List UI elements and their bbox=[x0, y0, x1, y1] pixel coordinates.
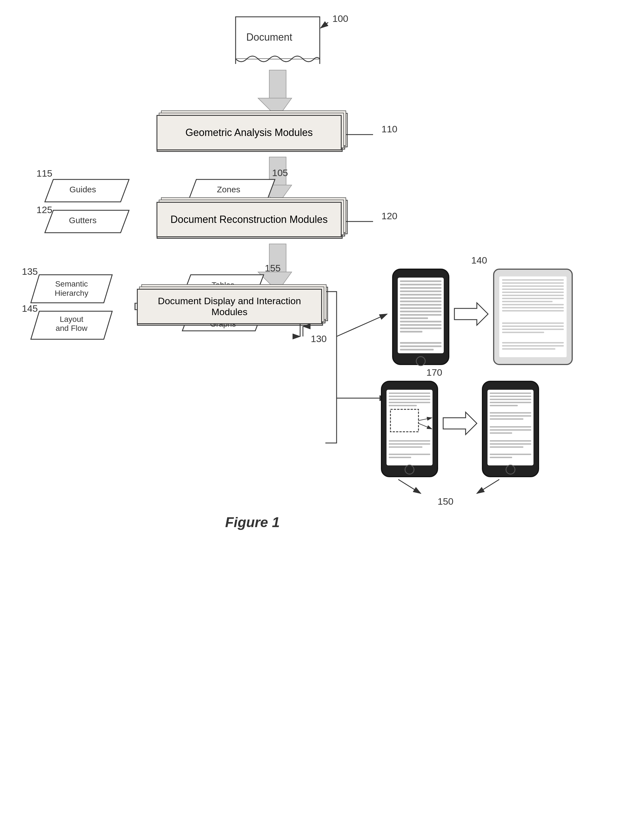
svg-text:Layout: Layout bbox=[60, 315, 83, 323]
doc-reconstruction-stack: Document Reconstruction Modules bbox=[156, 202, 344, 238]
svg-rect-19 bbox=[269, 244, 286, 272]
svg-rect-80 bbox=[389, 393, 430, 394]
svg-rect-54 bbox=[400, 345, 441, 347]
svg-point-113 bbox=[506, 465, 515, 474]
svg-rect-101 bbox=[490, 405, 518, 406]
svg-rect-55 bbox=[400, 349, 434, 351]
svg-rect-43 bbox=[400, 301, 441, 302]
svg-rect-105 bbox=[490, 426, 531, 428]
svg-rect-77 bbox=[502, 348, 555, 350]
svg-line-3 bbox=[321, 23, 328, 28]
svg-rect-98 bbox=[490, 396, 531, 397]
svg-rect-65 bbox=[502, 295, 564, 296]
svg-rect-108 bbox=[490, 440, 531, 441]
svg-rect-58 bbox=[494, 269, 572, 364]
svg-rect-59 bbox=[499, 276, 566, 357]
svg-line-115 bbox=[477, 479, 499, 494]
svg-rect-111 bbox=[490, 454, 531, 455]
svg-text:Guides: Guides bbox=[69, 185, 96, 194]
svg-text:150: 150 bbox=[438, 496, 454, 507]
svg-rect-35 bbox=[393, 269, 449, 364]
svg-marker-21 bbox=[31, 275, 112, 303]
diagram: Document 100 Geometric Analysis Modules … bbox=[0, 0, 621, 840]
svg-rect-37 bbox=[400, 280, 441, 282]
svg-line-87 bbox=[418, 423, 432, 429]
svg-rect-61 bbox=[502, 283, 564, 284]
svg-rect-47 bbox=[400, 314, 441, 316]
svg-rect-36 bbox=[398, 278, 444, 353]
svg-rect-110 bbox=[490, 446, 523, 448]
svg-rect-10 bbox=[269, 157, 286, 185]
svg-rect-50 bbox=[400, 324, 441, 326]
svg-rect-49 bbox=[400, 321, 441, 322]
svg-rect-81 bbox=[389, 396, 430, 397]
svg-rect-62 bbox=[502, 286, 564, 287]
svg-line-29 bbox=[336, 314, 387, 337]
svg-text:120: 120 bbox=[382, 210, 397, 221]
svg-text:110: 110 bbox=[382, 124, 397, 134]
svg-rect-83 bbox=[389, 402, 430, 403]
svg-rect-44 bbox=[400, 304, 441, 305]
svg-text:Semantic: Semantic bbox=[55, 279, 88, 288]
svg-rect-40 bbox=[400, 290, 441, 292]
svg-text:130: 130 bbox=[311, 333, 327, 344]
svg-rect-42 bbox=[400, 297, 441, 299]
svg-text:Document: Document bbox=[246, 32, 292, 43]
svg-rect-4 bbox=[269, 70, 286, 98]
svg-rect-69 bbox=[502, 307, 564, 308]
svg-text:140: 140 bbox=[471, 255, 487, 266]
geometric-analysis-stack: Geometric Analysis Modules bbox=[156, 115, 344, 151]
svg-point-56 bbox=[416, 357, 425, 366]
svg-rect-78 bbox=[382, 381, 438, 477]
svg-text:135: 135 bbox=[22, 266, 38, 277]
svg-text:Gutters: Gutters bbox=[69, 216, 97, 225]
svg-rect-91 bbox=[389, 454, 430, 455]
svg-rect-88 bbox=[389, 440, 430, 441]
svg-rect-60 bbox=[502, 279, 564, 281]
doc-reconstruction-label: Document Reconstruction Modules bbox=[156, 202, 342, 237]
svg-text:Hierarchy: Hierarchy bbox=[55, 289, 88, 298]
svg-rect-41 bbox=[400, 294, 441, 296]
svg-rect-74 bbox=[502, 332, 544, 333]
svg-rect-104 bbox=[490, 418, 523, 420]
svg-rect-85 bbox=[391, 409, 418, 432]
doc-display-stack: Document Display and Interaction Modules bbox=[137, 289, 324, 325]
svg-marker-12 bbox=[45, 180, 129, 202]
svg-rect-92 bbox=[389, 457, 411, 458]
svg-text:Zones: Zones bbox=[217, 185, 240, 194]
svg-rect-99 bbox=[490, 399, 531, 400]
svg-rect-73 bbox=[502, 329, 564, 330]
svg-rect-79 bbox=[386, 390, 433, 465]
svg-rect-82 bbox=[389, 399, 430, 400]
svg-text:Figure 1: Figure 1 bbox=[225, 515, 280, 530]
svg-text:170: 170 bbox=[426, 367, 442, 378]
svg-marker-94 bbox=[443, 412, 477, 435]
svg-line-86 bbox=[418, 418, 432, 420]
svg-rect-90 bbox=[389, 446, 423, 448]
svg-text:and Flow: and Flow bbox=[56, 324, 88, 332]
svg-rect-48 bbox=[400, 317, 428, 319]
svg-rect-112 bbox=[490, 457, 512, 458]
svg-text:115: 115 bbox=[36, 168, 53, 178]
svg-rect-107 bbox=[490, 432, 512, 434]
svg-rect-71 bbox=[502, 322, 564, 324]
svg-rect-100 bbox=[490, 402, 531, 403]
svg-rect-46 bbox=[400, 311, 441, 312]
svg-rect-51 bbox=[400, 328, 441, 329]
svg-rect-76 bbox=[502, 345, 564, 346]
svg-rect-89 bbox=[389, 443, 430, 445]
svg-rect-102 bbox=[490, 412, 531, 414]
doc-display-label: Document Display and Interaction Modules bbox=[137, 289, 322, 324]
svg-text:145: 145 bbox=[22, 303, 38, 314]
svg-text:100: 100 bbox=[332, 13, 348, 24]
svg-text:105: 105 bbox=[272, 168, 288, 178]
svg-rect-84 bbox=[389, 405, 417, 406]
svg-rect-53 bbox=[400, 342, 441, 344]
svg-marker-13 bbox=[45, 210, 129, 233]
svg-text:125: 125 bbox=[36, 204, 53, 215]
svg-rect-64 bbox=[502, 292, 564, 293]
svg-rect-106 bbox=[490, 429, 531, 431]
svg-rect-103 bbox=[490, 415, 531, 417]
svg-rect-66 bbox=[502, 298, 564, 299]
svg-rect-63 bbox=[502, 289, 564, 290]
